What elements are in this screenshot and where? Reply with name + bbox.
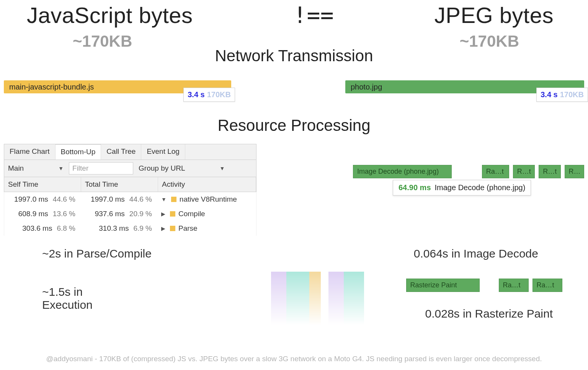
tab-bottom-up[interactable]: Bottom-Up — [56, 144, 101, 160]
table-row[interactable]: 608.9 ms13.6 %937.6 ms20.9 %▶Compile — [4, 207, 256, 221]
block-raster-small: Ra…t — [482, 165, 509, 178]
col-total-time[interactable]: Total Time — [81, 177, 158, 192]
stat-img-paint: 0.028s in Rasterize Paint — [425, 307, 584, 320]
heading-not-equal: !== — [293, 2, 334, 28]
decode-callout: 64.90 ms Image Decode (phone.jpg) — [393, 180, 531, 196]
block-raster-small: R…t — [513, 165, 535, 178]
stat-img-decode: 0.064s in Image Decode — [414, 247, 538, 260]
footnote: @addyosmani - 170KB of (compressed) JS v… — [0, 355, 588, 363]
tab-call-tree[interactable]: Call Tree — [101, 144, 141, 160]
activity-color-icon — [170, 211, 175, 217]
activity-color-icon — [171, 197, 176, 202]
network-tag-js: 3.4 s170KB — [183, 88, 235, 102]
devtools-panel: Flame Chart Bottom-Up Call Tree Event Lo… — [4, 144, 256, 236]
devtools-tabs: Flame Chart Bottom-Up Call Tree Event Lo… — [4, 144, 256, 160]
stat-js-exec: ~1.5s in Execution — [42, 285, 118, 311]
heading-js: JavaScript bytes — [27, 2, 193, 28]
activity-color-icon — [170, 226, 175, 231]
chevron-down-icon: ▼ — [220, 165, 225, 171]
block-raster-small: Ra…t — [532, 279, 562, 292]
block-rasterize-paint: Rasterize Paint — [406, 279, 480, 292]
block-raster-small: R…t — [539, 165, 560, 178]
tab-event-log[interactable]: Event Log — [141, 144, 185, 160]
image-timeline: Image Decode (phone.jpg) Ra…t R…t R…t R…… — [339, 165, 584, 236]
col-self-time[interactable]: Self Time — [4, 177, 81, 192]
tab-flame-chart[interactable]: Flame Chart — [4, 144, 56, 160]
network-tag-img: 3.4 s170KB — [536, 88, 588, 102]
block-raster-small: Ra…t — [499, 279, 529, 292]
block-raster-small: R… — [565, 165, 584, 178]
chevron-down-icon: ▼ — [58, 165, 64, 171]
size-js: ~170KB — [73, 32, 132, 51]
flame-chart-thumbnail — [271, 272, 364, 325]
block-image-decode: Image Decode (phone.jpg) — [353, 165, 452, 178]
group-by-select[interactable]: Group by URL▼ — [139, 164, 225, 173]
filter-input[interactable]: Filter — [69, 162, 133, 174]
section-processing: Resource Processing — [4, 116, 584, 135]
heading-jpeg: JPEG bytes — [434, 2, 554, 28]
thread-select[interactable]: Main▼ — [8, 164, 64, 173]
table-row[interactable]: 303.6 ms6.8 %310.3 ms6.9 %▶Parse — [4, 221, 256, 236]
stat-js-parse: ~2s in Parse/Compile — [42, 247, 152, 260]
table-row[interactable]: 1997.0 ms44.6 %1997.0 ms44.6 %▼native V8… — [4, 192, 256, 207]
size-jpeg: ~170KB — [460, 32, 519, 51]
col-activity[interactable]: Activity — [158, 177, 256, 192]
